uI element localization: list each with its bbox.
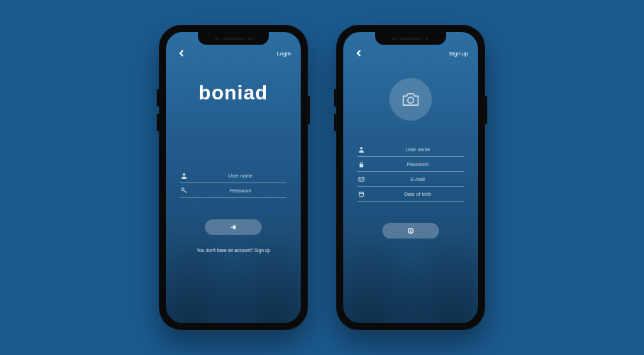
username-field-row: [357, 142, 464, 157]
login-link[interactable]: Login: [277, 50, 291, 57]
dob-input[interactable]: [372, 192, 464, 197]
key-icon: [180, 187, 187, 194]
svg-point-2: [408, 97, 413, 103]
chevron-left-icon: [178, 50, 185, 57]
brand-logo: boniad: [199, 82, 268, 104]
login-arrow-icon: [230, 224, 237, 231]
power-button: [485, 96, 487, 124]
username-input[interactable]: [372, 147, 464, 152]
password-field-row: [357, 157, 464, 172]
notch: [375, 32, 446, 45]
signup-submit-button[interactable]: [382, 223, 439, 239]
volume-up-button: [334, 89, 336, 106]
phone-mockup-signup: Sign up: [336, 25, 485, 330]
email-input[interactable]: [372, 177, 464, 182]
login-submit-button[interactable]: [205, 219, 262, 235]
back-button[interactable]: [176, 48, 187, 59]
email-field-row: [357, 172, 464, 187]
svg-rect-6: [359, 192, 363, 196]
back-button[interactable]: [353, 48, 365, 59]
phone-mockup-login: Login boniad: [159, 25, 308, 330]
user-icon: [357, 146, 365, 153]
signup-link[interactable]: Sign up: [449, 50, 468, 57]
calendar-icon: [357, 190, 365, 197]
signup-screen: Sign up: [343, 32, 478, 323]
volume-down-button: [334, 114, 336, 131]
svg-point-0: [182, 173, 185, 175]
volume-up-button: [157, 89, 159, 106]
notch: [198, 32, 269, 45]
username-field-row: [180, 168, 287, 183]
svg-rect-4: [359, 164, 362, 168]
dob-field-row: [357, 187, 464, 202]
svg-point-1: [181, 187, 184, 190]
volume-down-button: [157, 114, 159, 131]
svg-point-3: [360, 146, 362, 149]
password-input[interactable]: [372, 162, 464, 167]
power-button: [308, 96, 310, 124]
submit-icon: [407, 227, 414, 234]
login-screen: Login boniad: [166, 32, 301, 323]
username-input[interactable]: [194, 173, 287, 178]
mail-icon: [357, 175, 365, 182]
user-icon: [180, 172, 187, 179]
avatar-upload-button[interactable]: [389, 78, 432, 121]
signup-prompt-link[interactable]: You don't have an account? Sign up: [196, 248, 270, 253]
camera-icon: [401, 89, 421, 109]
password-field-row: [180, 183, 287, 198]
password-input[interactable]: [194, 188, 287, 193]
chevron-left-icon: [355, 50, 362, 57]
lock-icon: [357, 160, 365, 168]
